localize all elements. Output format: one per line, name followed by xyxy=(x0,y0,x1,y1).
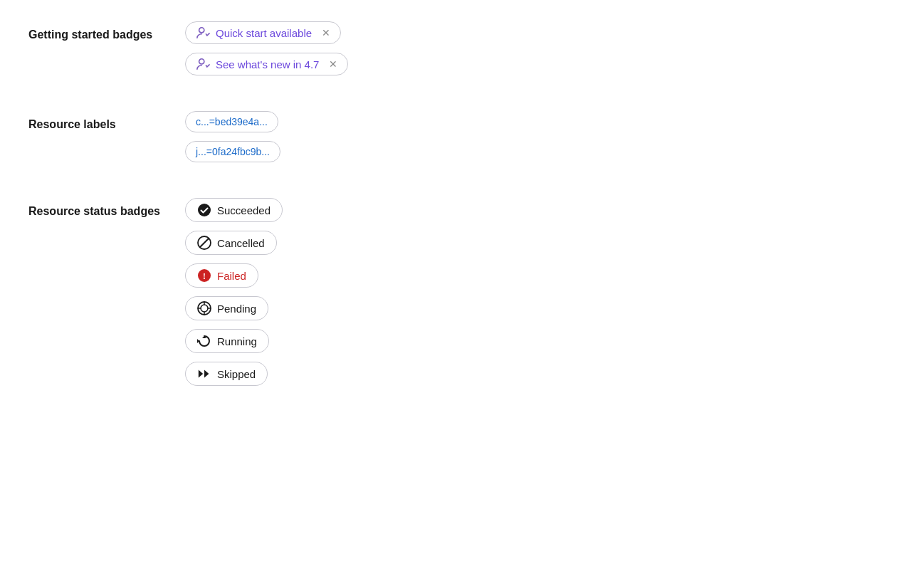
quick-start-icon xyxy=(196,26,210,39)
cancelled-badge[interactable]: Cancelled xyxy=(185,231,277,255)
resource-label-badge-1[interactable]: c...=bed39e4a... xyxy=(185,111,278,132)
whats-new-badge-close[interactable]: ✕ xyxy=(329,58,337,70)
getting-started-badges: Quick start available ✕ See what's new i… xyxy=(185,21,348,75)
resource-status-badges: Succeeded Cancelled ! Failed xyxy=(185,198,283,386)
resource-label-badge-1-text: c...=bed39e4a... xyxy=(196,116,268,127)
resource-labels-section: Resource labels c...=bed39e4a... j...=0f… xyxy=(28,111,896,162)
succeeded-badge[interactable]: Succeeded xyxy=(185,198,283,222)
svg-line-4 xyxy=(201,239,209,247)
running-icon xyxy=(197,334,211,348)
quick-start-badge-close[interactable]: ✕ xyxy=(322,27,330,38)
running-badge[interactable]: Running xyxy=(185,329,269,353)
svg-text:!: ! xyxy=(203,271,206,281)
whats-new-icon xyxy=(196,58,210,70)
skipped-badge[interactable]: Skipped xyxy=(185,362,268,386)
failed-icon: ! xyxy=(197,268,211,283)
svg-point-2 xyxy=(198,204,211,216)
succeeded-badge-text: Succeeded xyxy=(217,204,271,216)
failed-badge-text: Failed xyxy=(217,270,246,282)
whats-new-badge-text: See what's new in 4.7 xyxy=(216,58,319,70)
resource-status-label: Resource status badges xyxy=(28,198,185,219)
resource-label-badge-2[interactable]: j...=0fa24fbc9b... xyxy=(185,141,280,162)
skipped-icon xyxy=(197,367,211,381)
resource-status-section: Resource status badges Succeeded Cancell… xyxy=(28,198,896,386)
resource-labels-label: Resource labels xyxy=(28,111,185,132)
whats-new-badge[interactable]: See what's new in 4.7 ✕ xyxy=(185,53,348,75)
skipped-badge-text: Skipped xyxy=(217,368,256,380)
resource-label-badge-2-text: j...=0fa24fbc9b... xyxy=(196,146,270,157)
getting-started-label: Getting started badges xyxy=(28,21,185,43)
svg-point-8 xyxy=(201,305,208,312)
succeeded-icon xyxy=(197,203,211,217)
failed-badge[interactable]: ! Failed xyxy=(185,263,258,288)
pending-icon xyxy=(197,301,211,315)
cancelled-badge-text: Cancelled xyxy=(217,237,265,249)
pending-badge-text: Pending xyxy=(217,303,256,315)
svg-point-1 xyxy=(199,59,204,64)
quick-start-badge[interactable]: Quick start available ✕ xyxy=(185,21,341,44)
running-badge-text: Running xyxy=(217,335,257,347)
quick-start-badge-text: Quick start available xyxy=(216,27,312,39)
pending-badge[interactable]: Pending xyxy=(185,296,268,320)
svg-point-0 xyxy=(199,28,204,33)
getting-started-section: Getting started badges Quick start avail… xyxy=(28,21,896,75)
cancelled-icon xyxy=(197,236,211,250)
resource-labels-badges: c...=bed39e4a... j...=0fa24fbc9b... xyxy=(185,111,280,162)
